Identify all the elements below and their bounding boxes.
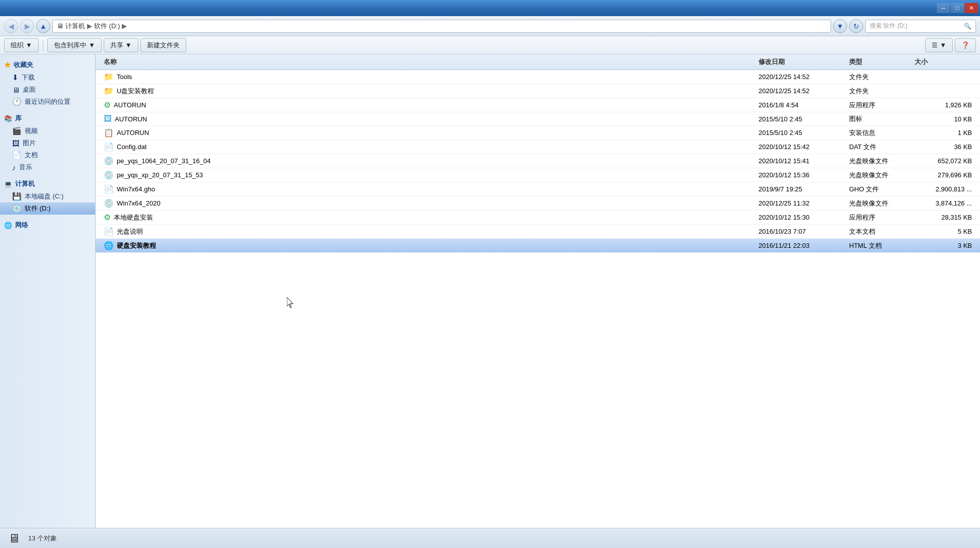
table-row[interactable]: 🖼AUTORUN2015/5/10 2:45图标10 KB [96, 112, 980, 126]
file-name: pe_yqs_1064_20_07_31_16_04 [117, 157, 211, 165]
main-layout: ★ 收藏夹 ⬇ 下载 🖥 桌面 🕐 最近访问的位置 📚 库 � [0, 54, 980, 528]
up-button[interactable]: ▲ [36, 19, 50, 33]
file-type-icon: ⚙ [104, 213, 111, 222]
col-header-name[interactable]: 名称 [100, 56, 755, 67]
table-row[interactable]: 📁U盘安装教程2020/12/25 14:52文件夹 [96, 84, 980, 98]
breadcrumb-drive[interactable]: 软件 (D:) [94, 22, 120, 31]
col-header-date[interactable]: 修改日期 [755, 56, 845, 67]
sidebar-video-label: 视频 [25, 126, 38, 135]
view-button[interactable]: ☰ ▼ [925, 38, 953, 52]
file-type-icon: 💿 [104, 156, 114, 166]
file-date: 2020/12/25 14:52 [755, 86, 845, 96]
sidebar-documents-label: 文档 [25, 151, 38, 160]
sidebar-computer-label: 计算机 [15, 179, 35, 188]
file-name-cell: 📁Tools [100, 71, 755, 83]
share-button[interactable]: 共享 ▼ [104, 38, 138, 52]
file-size: 36 KB [911, 142, 976, 152]
d-drive-icon: 💿 [12, 204, 22, 213]
sidebar-item-video[interactable]: 🎬 视频 [0, 125, 95, 137]
file-type-icon: 📁 [104, 86, 114, 96]
sidebar-music-label: 音乐 [19, 163, 32, 172]
table-row[interactable]: 📋AUTORUN2015/5/10 2:45安装信息1 KB [96, 126, 980, 140]
file-type: 文件夹 [845, 72, 911, 83]
table-row[interactable]: 📄Config.dat2020/10/12 15:42DAT 文件36 KB [96, 140, 980, 154]
file-size: 3,874,126 ... [911, 198, 976, 208]
desktop-icon: 🖥 [12, 86, 20, 94]
search-icon[interactable]: 🔍 [964, 23, 971, 30]
file-date: 2020/10/12 15:41 [755, 156, 845, 166]
file-date: 2016/1/8 4:54 [755, 100, 845, 110]
sidebar-network-label: 网络 [15, 221, 28, 230]
sidebar-item-d-drive[interactable]: 💿 软件 (D:) [0, 202, 95, 215]
sidebar-library-header[interactable]: 📚 库 [0, 112, 95, 125]
sidebar-item-desktop[interactable]: 🖥 桌面 [0, 84, 95, 96]
help-icon: ❓ [961, 41, 969, 49]
file-size: 3 KB [911, 241, 976, 250]
refresh-button[interactable]: ↻ [849, 19, 863, 33]
sidebar-item-recent[interactable]: 🕐 最近访问的位置 [0, 96, 95, 108]
file-type-icon: 📁 [104, 72, 114, 82]
organize-button[interactable]: 组织 ▼ [4, 38, 39, 52]
table-row[interactable]: 📄光盘说明2016/10/23 7:07文本文档5 KB [96, 225, 980, 239]
sidebar-item-documents[interactable]: 📄 文档 [0, 149, 95, 161]
network-icon: 🌐 [4, 222, 12, 229]
table-row[interactable]: 💿Win7x64_20202020/12/25 11:32光盘映像文件3,874… [96, 196, 980, 211]
file-name: AUTORUN [117, 129, 149, 136]
new-folder-button[interactable]: 新建文件夹 [140, 38, 186, 52]
col-header-size[interactable]: 大小 [911, 56, 976, 67]
sidebar-computer-header[interactable]: 💻 计算机 [0, 177, 95, 190]
breadcrumb-computer[interactable]: 计算机 [65, 22, 85, 31]
share-label: 共享 [110, 41, 123, 50]
file-type: 光盘映像文件 [845, 170, 911, 181]
table-row[interactable]: 💿pe_yqs_1064_20_07_31_16_042020/10/12 15… [96, 154, 980, 168]
file-type: 光盘映像文件 [845, 156, 911, 167]
close-button[interactable]: ✕ [965, 3, 978, 13]
c-drive-icon: 💾 [12, 192, 22, 201]
sidebar-item-pictures[interactable]: 🖼 图片 [0, 137, 95, 149]
dropdown-button[interactable]: ▼ [833, 19, 847, 33]
file-type: 应用程序 [845, 100, 911, 111]
sidebar-network-header[interactable]: 🌐 网络 [0, 219, 95, 232]
file-size: 279,696 KB [911, 170, 976, 180]
table-row[interactable]: ⚙本地硬盘安装2020/10/12 15:30应用程序28,315 KB [96, 211, 980, 225]
file-type-icon: 📄 [104, 184, 114, 194]
file-name-cell: 💿pe_yqs_1064_20_07_31_16_04 [100, 155, 755, 167]
breadcrumb[interactable]: 🖥 计算机 ▶ 软件 (D:) ▶ [52, 20, 831, 33]
minimize-button[interactable]: ─ [937, 3, 950, 13]
table-row[interactable]: 💿pe_yqs_xp_20_07_31_15_532020/10/12 15:3… [96, 168, 980, 182]
file-date: 2020/10/12 15:30 [755, 213, 845, 222]
file-type-icon: 📄 [104, 227, 114, 236]
computer-icon: 🖥 [57, 22, 63, 30]
table-row[interactable]: 🌐硬盘安装教程2016/11/21 22:03HTML 文档3 KB [96, 239, 980, 253]
file-name: Win7x64_2020 [117, 199, 161, 207]
back-button[interactable]: ◀ [4, 19, 18, 33]
sidebar-favorites-header[interactable]: ★ 收藏夹 [0, 58, 95, 72]
file-size: 5 KB [911, 227, 976, 236]
file-name: Win7x64.gho [117, 185, 155, 193]
breadcrumb-arrow-end: ▶ [122, 22, 127, 30]
help-button[interactable]: ❓ [955, 38, 976, 52]
sidebar-c-drive-label: 本地磁盘 (C:) [25, 192, 63, 201]
file-size [911, 76, 976, 78]
share-dropdown-icon: ▼ [125, 41, 132, 49]
file-name-cell: 📁U盘安装教程 [100, 85, 755, 97]
sidebar-item-music[interactable]: ♪ 音乐 [0, 161, 95, 173]
col-header-type[interactable]: 类型 [845, 56, 911, 67]
status-bar: 🖥 13 个对象 [0, 528, 980, 548]
sidebar-item-c-drive[interactable]: 💾 本地磁盘 (C:) [0, 190, 95, 202]
table-row[interactable]: ⚙AUTORUN2016/1/8 4:54应用程序1,926 KB [96, 98, 980, 112]
table-row[interactable]: 📁Tools2020/12/25 14:52文件夹 [96, 70, 980, 84]
sidebar-section-favorites: ★ 收藏夹 ⬇ 下载 🖥 桌面 🕐 最近访问的位置 [0, 58, 95, 108]
file-date: 2020/10/12 15:42 [755, 142, 845, 152]
search-bar[interactable]: 搜索 软件 (D:) 🔍 [865, 20, 976, 33]
file-date: 2020/10/12 15:36 [755, 170, 845, 180]
forward-button[interactable]: ▶ [20, 19, 34, 33]
file-size: 2,900,813 ... [911, 184, 976, 194]
library-button[interactable]: 包含到库中 ▼ [47, 38, 102, 52]
sidebar-library-label: 库 [15, 114, 22, 123]
maximize-button[interactable]: □ [951, 3, 964, 13]
table-row[interactable]: 📄Win7x64.gho2019/9/7 19:25GHO 文件2,900,81… [96, 182, 980, 196]
computer-folder-icon: 💻 [4, 180, 12, 188]
file-name-cell: 💿Win7x64_2020 [100, 197, 755, 209]
sidebar-item-download[interactable]: ⬇ 下载 [0, 72, 95, 84]
